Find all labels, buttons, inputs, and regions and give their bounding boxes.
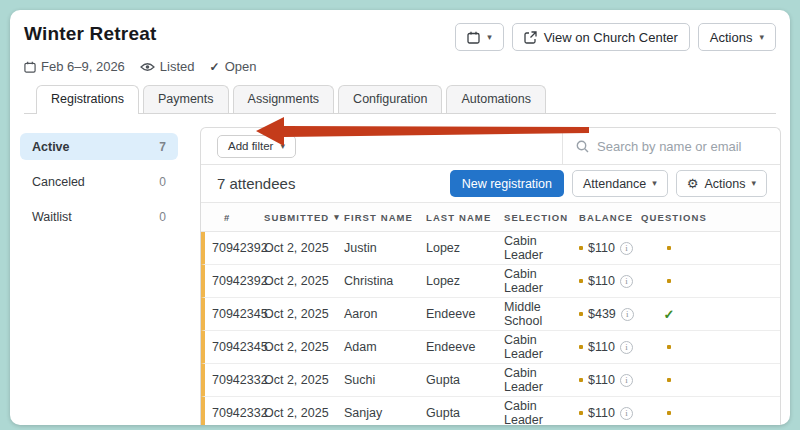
cell-questions xyxy=(641,279,697,283)
sidebar-item-active[interactable]: Active7 xyxy=(20,133,178,160)
tab-automations[interactable]: Automations xyxy=(446,85,545,113)
cell-balance: $110i xyxy=(579,373,641,387)
cell-id: 70942392 xyxy=(212,241,264,255)
chevron-down-icon: ▾ xyxy=(280,142,285,151)
sidebar-item-label: Waitlist xyxy=(32,210,72,224)
cell-submitted: Oct 2, 2025 xyxy=(264,241,344,255)
cell-balance: $110i xyxy=(579,340,641,354)
balance-info-icon[interactable]: i xyxy=(621,308,634,321)
cell-first-name: Sanjay xyxy=(344,406,426,420)
tab-configuration[interactable]: Configuration xyxy=(338,85,442,113)
balance-due-dot xyxy=(579,378,583,382)
search-input[interactable] xyxy=(597,139,777,154)
tab-assignments[interactable]: Assignments xyxy=(233,85,335,113)
tab-payments[interactable]: Payments xyxy=(143,85,229,113)
cell-first-name: Justin xyxy=(344,241,426,255)
eye-icon xyxy=(140,62,155,72)
cell-submitted: Oct 2, 2025 xyxy=(264,373,344,387)
calendar-dropdown-button[interactable]: ▾ xyxy=(455,23,504,51)
balance-info-icon[interactable]: i xyxy=(620,407,633,420)
attendees-panel: Add filter ▾ 7 attendees New registratio… xyxy=(200,127,781,425)
cell-questions: ✓ xyxy=(641,307,697,322)
search-icon xyxy=(576,140,589,153)
chevron-down-icon: ▾ xyxy=(487,33,492,42)
header-actions-button[interactable]: Actions ▾ xyxy=(698,23,776,51)
cell-last-name: Endeeve xyxy=(426,307,504,321)
column-header-balance: Balance xyxy=(579,212,641,223)
table-header: # Submitted ▾ First name Last name Selec… xyxy=(201,202,780,232)
tab-bar: RegistrationsPaymentsAssignmentsConfigur… xyxy=(24,85,776,114)
cell-questions xyxy=(641,411,697,415)
attendance-button[interactable]: Attendance ▾ xyxy=(572,170,668,197)
table-row[interactable]: 70942392Oct 2, 2025ChristinaLopezCabin L… xyxy=(201,265,780,298)
cell-selection: Cabin Leader xyxy=(504,267,579,295)
sidebar-item-waitlist[interactable]: Waitlist0 xyxy=(20,203,178,230)
cell-selection: Cabin Leader xyxy=(504,234,579,262)
column-header-selection: Selection xyxy=(504,212,579,223)
cell-submitted: Oct 2, 2025 xyxy=(264,307,344,321)
table-actions-button[interactable]: ⚙ Actions ▾ xyxy=(676,170,767,197)
open-status: ✓ Open xyxy=(210,59,257,74)
column-header-submitted[interactable]: Submitted ▾ xyxy=(264,212,344,223)
questions-incomplete-dot xyxy=(667,246,671,250)
cell-balance: $110i xyxy=(579,406,641,420)
sidebar-item-canceled[interactable]: Canceled0 xyxy=(20,168,178,195)
cell-first-name: Suchi xyxy=(344,373,426,387)
table-row[interactable]: 70942392Oct 2, 2025JustinLopezCabin Lead… xyxy=(201,232,780,265)
cell-last-name: Gupta xyxy=(426,406,504,420)
cell-id: 70942345 xyxy=(212,340,264,354)
attendee-count: 7 attendees xyxy=(217,175,295,192)
calendar-icon xyxy=(24,61,36,73)
cell-last-name: Endeeve xyxy=(426,340,504,354)
sidebar-item-count: 7 xyxy=(159,140,166,154)
cell-submitted: Oct 2, 2025 xyxy=(264,340,344,354)
cell-questions xyxy=(641,378,697,382)
add-filter-label: Add filter xyxy=(228,140,273,152)
cell-selection: Middle School xyxy=(504,300,579,328)
balance-info-icon[interactable]: i xyxy=(620,275,633,288)
column-header-questions: Questions xyxy=(641,212,697,223)
questions-complete-icon: ✓ xyxy=(664,307,675,322)
cell-balance: $110i xyxy=(579,274,641,288)
balance-due-dot xyxy=(579,279,583,283)
header-actions-label: Actions xyxy=(710,30,753,45)
gear-icon: ⚙ xyxy=(687,177,699,190)
cell-questions xyxy=(641,246,697,250)
table-row[interactable]: 70942345Oct 2, 2025AdamEndeeveCabin Lead… xyxy=(201,331,780,364)
balance-due-dot xyxy=(579,246,583,250)
table-row[interactable]: 70942332Oct 2, 2025SanjayGuptaCabin Lead… xyxy=(201,397,780,425)
questions-incomplete-dot xyxy=(667,378,671,382)
table-row[interactable]: 70942332Oct 2, 2025SuchiGuptaCabin Leade… xyxy=(201,364,780,397)
column-header-first-name: First name xyxy=(344,212,426,223)
balance-amount: $110 xyxy=(588,241,615,255)
balance-amount: $110 xyxy=(588,406,615,420)
cell-balance: $110i xyxy=(579,241,641,255)
balance-due-dot xyxy=(579,345,583,349)
add-filter-button[interactable]: Add filter ▾ xyxy=(217,135,296,158)
cell-first-name: Aaron xyxy=(344,307,426,321)
cell-questions xyxy=(641,345,697,349)
sort-desc-icon: ▾ xyxy=(334,213,340,222)
cell-last-name: Lopez xyxy=(426,274,504,288)
cell-selection: Cabin Leader xyxy=(504,399,579,425)
sidebar-item-count: 0 xyxy=(159,175,166,189)
balance-info-icon[interactable]: i xyxy=(620,242,633,255)
visibility-status: Listed xyxy=(140,59,195,74)
cell-submitted: Oct 2, 2025 xyxy=(264,274,344,288)
table-row[interactable]: 70942345Oct 2, 2025AaronEndeeveMiddle Sc… xyxy=(201,298,780,331)
questions-incomplete-dot xyxy=(667,279,671,283)
cell-id: 70942392 xyxy=(212,274,264,288)
questions-incomplete-dot xyxy=(667,345,671,349)
new-registration-button[interactable]: New registration xyxy=(450,170,564,197)
cell-last-name: Lopez xyxy=(426,241,504,255)
chevron-down-icon: ▾ xyxy=(751,179,756,188)
cell-first-name: Adam xyxy=(344,340,426,354)
balance-info-icon[interactable]: i xyxy=(620,341,633,354)
questions-incomplete-dot xyxy=(667,411,671,415)
app-window: Winter Retreat ▾ View on Church Center A… xyxy=(10,10,790,425)
search-box[interactable] xyxy=(562,128,780,164)
balance-info-icon[interactable]: i xyxy=(620,374,633,387)
column-header-id: # xyxy=(212,212,264,223)
tab-registrations[interactable]: Registrations xyxy=(36,85,139,114)
view-on-church-center-button[interactable]: View on Church Center xyxy=(512,23,690,51)
